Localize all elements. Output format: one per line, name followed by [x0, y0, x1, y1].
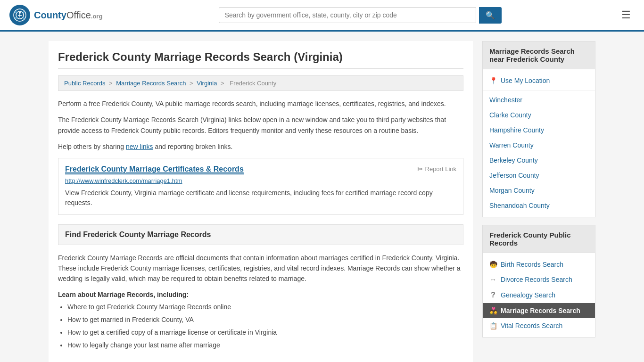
jefferson-county-link[interactable]: Jefferson County [489, 172, 539, 179]
sidebar-item-marriage-records[interactable]: 💑 Marriage Records Search [483, 303, 595, 318]
sidebar-public-records-header: Frederick County Public Records [483, 225, 595, 253]
breadcrumb-sep-3: > [221, 80, 226, 87]
sidebar-nearby-header: Marriage Records Search near Frederick C… [483, 41, 595, 69]
divorce-records-icon: ↔ [489, 276, 497, 283]
learn-list: Where to get Frederick County Marriage R… [67, 302, 463, 350]
list-item: How to get married in Frederick County, … [67, 315, 463, 325]
hampshire-county-link[interactable]: Hampshire County [489, 126, 544, 134]
sidebar-item-morgan-county[interactable]: Morgan County [483, 183, 595, 198]
birth-records-link[interactable]: Birth Records Search [501, 261, 563, 268]
record-link-box: Frederick County Marriage Certificates &… [58, 158, 463, 215]
breadcrumb-link-virginia[interactable]: Virginia [197, 80, 217, 87]
description-3: Help others by sharing new links and rep… [58, 141, 463, 152]
search-input[interactable] [219, 7, 476, 23]
breadcrumb-current: Frederick County [230, 80, 276, 87]
vital-records-icon: 📋 [489, 322, 497, 329]
sidebar-item-genealogy[interactable]: ? Genealogy Search [483, 287, 595, 303]
sidebar-item-shenandoah-county[interactable]: Shenandoah County [483, 198, 595, 213]
sidebar-item-hampshire-county[interactable]: Hampshire County [483, 123, 595, 138]
divorce-records-link[interactable]: Divorce Records Search [501, 276, 572, 283]
breadcrumb-link-public-records[interactable]: Public Records [64, 80, 105, 87]
sidebar-nearby-content: 📍 Use My Location Winchester Clarke Coun… [483, 69, 595, 217]
berkeley-county-link[interactable]: Berkeley County [489, 156, 538, 164]
winchester-link[interactable]: Winchester [489, 96, 522, 104]
report-link[interactable]: ✂ Report Link [417, 165, 456, 173]
sidebar: Marriage Records Search near Frederick C… [482, 41, 595, 362]
record-link-header: Frederick County Marriage Certificates &… [65, 165, 456, 177]
sidebar-item-winchester[interactable]: Winchester [483, 92, 595, 107]
header: CountyOffice.org 🔍 ☰ [0, 0, 644, 32]
sidebar-item-berkeley-county[interactable]: Berkeley County [483, 153, 595, 168]
svg-point-5 [15, 11, 17, 13]
report-link-label: Report Link [425, 165, 456, 173]
marriage-records-link[interactable]: Marriage Records Search [501, 307, 580, 314]
birth-records-icon: 🧒 [489, 261, 497, 268]
search-area: 🔍 [219, 7, 502, 24]
vital-records-link[interactable]: Vital Records Search [501, 322, 562, 329]
description-2: The Frederick County Marriage Records Se… [58, 115, 463, 136]
list-item: Where to get Frederick County Marriage R… [67, 302, 463, 312]
list-item: How to legally change your last name aft… [67, 340, 463, 350]
find-section-body: Frederick County Marriage Records are of… [58, 253, 463, 284]
sidebar-item-jefferson-county[interactable]: Jefferson County [483, 168, 595, 183]
svg-point-7 [15, 17, 17, 19]
genealogy-icon: ? [489, 291, 497, 299]
content-area: Frederick County Marriage Records Search… [49, 41, 473, 362]
svg-point-2 [19, 12, 21, 14]
logo-area: CountyOffice.org [9, 5, 102, 25]
learn-section: Frederick County Marriage Records are of… [58, 253, 463, 361]
sidebar-item-vital-records[interactable]: 📋 Vital Records Search [483, 318, 595, 333]
breadcrumb: Public Records > Marriage Records Search… [58, 75, 463, 91]
logo-text: CountyOffice.org [34, 10, 102, 21]
shenandoah-county-link[interactable]: Shenandoah County [489, 202, 550, 209]
breadcrumb-link-marriage-records[interactable]: Marriage Records Search [116, 80, 186, 87]
new-links-link[interactable]: new links [126, 143, 153, 150]
sidebar-item-birth-records[interactable]: 🧒 Birth Records Search [483, 257, 595, 272]
sidebar-item-use-my-location[interactable]: 📍 Use My Location [483, 73, 595, 88]
breadcrumb-sep-2: > [190, 80, 195, 87]
record-desc: View Frederick County, Virginia marriage… [65, 189, 433, 206]
genealogy-link[interactable]: Genealogy Search [501, 291, 555, 299]
description-1: Perform a free Frederick County, VA publ… [58, 99, 463, 109]
list-item: How to get a certified copy of a marriag… [67, 328, 463, 337]
sidebar-public-records-section: Frederick County Public Records 🧒 Birth … [482, 225, 595, 337]
morgan-county-link[interactable]: Morgan County [489, 187, 535, 194]
page-title: Frederick County Marriage Records Search… [58, 50, 463, 69]
svg-point-6 [23, 11, 25, 13]
main-layout: Frederick County Marriage Records Search… [39, 41, 605, 362]
sidebar-item-clarke-county[interactable]: Clarke County [483, 107, 595, 123]
marriage-records-icon: 💑 [489, 307, 497, 314]
use-my-location-link[interactable]: Use My Location [501, 77, 550, 84]
svg-point-8 [23, 17, 25, 19]
sidebar-public-records-content: 🧒 Birth Records Search ↔ Divorce Records… [483, 253, 595, 337]
search-button[interactable]: 🔍 [479, 7, 502, 24]
location-pin-icon: 📍 [489, 77, 497, 84]
warren-county-link[interactable]: Warren County [489, 141, 534, 149]
clarke-county-link[interactable]: Clarke County [489, 111, 531, 119]
find-section-title: Find Frederick County Marriage Records [65, 230, 456, 239]
record-url[interactable]: http://www.winfredclerk.com/marriage1.ht… [65, 177, 456, 184]
sidebar-nearby-section: Marriage Records Search near Frederick C… [482, 41, 595, 217]
record-link-title[interactable]: Frederick County Marriage Certificates &… [65, 165, 244, 174]
find-section-header: Find Frederick County Marriage Records [58, 224, 463, 245]
menu-button[interactable]: ☰ [618, 7, 635, 23]
scissors-icon: ✂ [417, 165, 423, 173]
breadcrumb-sep-1: > [109, 80, 114, 87]
sidebar-item-warren-county[interactable]: Warren County [483, 138, 595, 153]
logo-icon [9, 5, 30, 25]
sidebar-item-divorce-records[interactable]: ↔ Divorce Records Search [483, 272, 595, 287]
learn-title: Learn about Marriage Records, including: [58, 291, 463, 298]
